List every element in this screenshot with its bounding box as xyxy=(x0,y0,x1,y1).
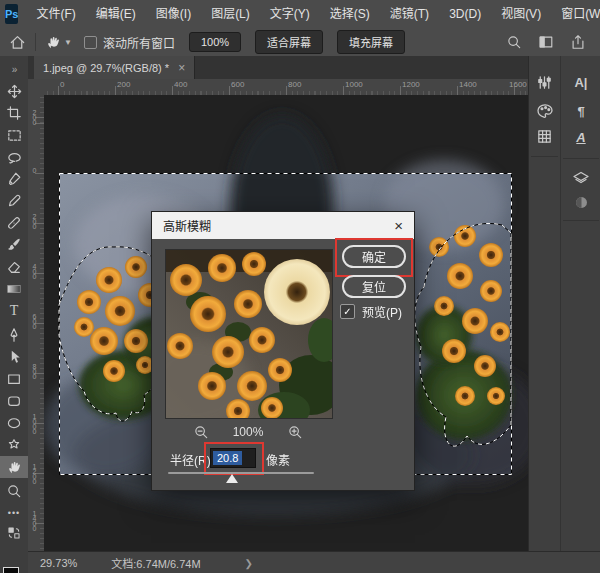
healing-brush-tool[interactable] xyxy=(0,212,28,234)
menu-edit[interactable]: 编辑(E) xyxy=(86,0,146,28)
lasso-tool[interactable] xyxy=(0,146,28,168)
hand-tool[interactable] xyxy=(0,456,28,478)
hand-tool-icon[interactable] xyxy=(45,34,62,51)
scroll-all-windows-label: 滚动所有窗口 xyxy=(103,34,175,51)
panel-dock: A| ¶ A xyxy=(528,56,600,551)
quick-selection-tool[interactable] xyxy=(0,168,28,190)
status-zoom-level[interactable]: 29.73% xyxy=(40,557,77,569)
ellipse-tool[interactable] xyxy=(0,412,28,434)
foreground-background-swatches[interactable] xyxy=(2,566,26,573)
panel-divider xyxy=(563,158,599,159)
ruler-label: 0 xyxy=(30,167,38,172)
menu-layer[interactable]: 图层(L) xyxy=(201,0,260,28)
options-bar: ▼ 滚动所有窗口 100% 适合屏幕 填充屏幕 xyxy=(0,28,600,57)
chevron-down-icon[interactable]: ▼ xyxy=(64,38,72,47)
layers-panel-icon[interactable] xyxy=(561,168,600,186)
move-tool[interactable] xyxy=(0,80,28,102)
paragraph-panel-icon[interactable]: ¶ xyxy=(561,104,600,119)
rounded-rectangle-tool[interactable] xyxy=(0,390,28,412)
collapse-panel-button[interactable]: » xyxy=(0,58,28,80)
horizontal-ruler: 0 200 400 600 800 1000 1200 1400 1600 18… xyxy=(44,79,528,96)
eyedropper-tool[interactable] xyxy=(0,190,28,212)
dialog-close-icon[interactable]: × xyxy=(394,212,403,239)
preview-zoom-controls: 100% xyxy=(165,424,331,440)
radius-slider-track[interactable] xyxy=(168,472,314,474)
brush-tool[interactable] xyxy=(0,234,28,256)
swap-colors-icon[interactable] xyxy=(0,522,28,544)
home-icon[interactable] xyxy=(9,34,26,51)
menu-bar: Ps 文件(F) 编辑(E) 图像(I) 图层(L) 文字(Y) 选择(S) 滤… xyxy=(0,0,600,29)
panel-dock-column-2: A| ¶ A xyxy=(561,56,600,551)
menu-filter[interactable]: 滤镜(T) xyxy=(380,0,439,28)
ruler-label: 800 xyxy=(288,80,301,89)
menu-file[interactable]: 文件(F) xyxy=(26,0,85,28)
menu-image[interactable]: 图像(I) xyxy=(146,0,201,28)
swatches-panel-icon[interactable] xyxy=(529,128,560,145)
menu-select[interactable]: 选择(S) xyxy=(320,0,380,28)
zoom-100-button[interactable]: 100% xyxy=(189,32,241,52)
fill-screen-button[interactable]: 填充屏幕 xyxy=(337,30,405,54)
ruler-label: 400 xyxy=(30,263,38,278)
custom-shape-tool[interactable] xyxy=(0,434,28,456)
foreground-color-swatch[interactable] xyxy=(3,567,19,573)
type-tool[interactable]: T xyxy=(0,300,28,322)
radius-input[interactable]: 20.8 xyxy=(210,448,256,468)
rectangle-tool[interactable] xyxy=(0,368,28,390)
radius-label: 半径(R): xyxy=(170,451,214,468)
libraries-panel-icon[interactable] xyxy=(561,194,600,211)
pen-tool[interactable] xyxy=(0,324,28,346)
search-icon[interactable] xyxy=(506,34,522,50)
document-tab[interactable]: 1.jpeg @ 29.7%(RGB/8) * × xyxy=(34,56,195,79)
ruler-label: 600 xyxy=(231,80,244,89)
menu-type[interactable]: 文字(Y) xyxy=(260,0,320,28)
preview-checkbox-label: 预览(P) xyxy=(362,303,402,320)
fit-screen-button[interactable]: 适合屏幕 xyxy=(255,30,323,54)
glyphs-panel-icon[interactable]: A xyxy=(561,130,600,145)
scroll-all-windows-checkbox[interactable] xyxy=(84,36,97,49)
radius-unit-label: 像素 xyxy=(266,451,290,468)
preview-zoom-level: 100% xyxy=(233,425,264,439)
panel-divider xyxy=(563,220,599,221)
menu-window[interactable]: 窗口(W) xyxy=(551,0,600,28)
preview-checkbox-row: ✓ 预览(P) xyxy=(340,303,402,320)
reset-button[interactable]: 复位 xyxy=(342,275,406,298)
document-tab-bar: 1.jpeg @ 29.7%(RGB/8) * × xyxy=(28,56,528,79)
more-tools-button[interactable]: ••• xyxy=(0,502,28,524)
ruler-label: 1200 xyxy=(30,463,38,483)
preview-checkbox[interactable]: ✓ xyxy=(340,304,355,319)
ok-button[interactable]: 确定 xyxy=(342,245,406,268)
status-chevron-icon[interactable]: ❯ xyxy=(245,558,253,569)
radius-slider-thumb[interactable] xyxy=(226,474,238,483)
marquee-tool[interactable] xyxy=(0,124,28,146)
character-panel-icon[interactable]: A| xyxy=(561,75,600,90)
panel-divider xyxy=(531,156,558,157)
separator xyxy=(35,33,36,51)
zoom-tool[interactable] xyxy=(0,480,28,502)
menu-3d[interactable]: 3D(D) xyxy=(439,0,491,28)
gradient-tool[interactable] xyxy=(0,278,28,300)
crop-tool[interactable] xyxy=(0,102,28,124)
ruler-label: 1000 xyxy=(345,80,363,89)
eraser-tool[interactable] xyxy=(0,256,28,278)
gaussian-blur-dialog: 高斯模糊 × xyxy=(151,211,415,491)
zoom-in-icon[interactable] xyxy=(287,424,303,440)
tab-close-icon[interactable]: × xyxy=(178,61,185,75)
path-selection-tool[interactable] xyxy=(0,346,28,368)
ruler-label: 1400 xyxy=(459,80,477,89)
photoshop-logo: Ps xyxy=(5,4,18,24)
ruler-label: 200 xyxy=(117,80,130,89)
menu-view[interactable]: 视图(V) xyxy=(491,0,551,28)
ruler-label: 1200 xyxy=(402,80,420,89)
workspace-layout-icon[interactable] xyxy=(538,34,554,50)
ruler-label: 600 xyxy=(30,313,38,328)
properties-icon[interactable] xyxy=(529,74,560,91)
dialog-title: 高斯模糊 xyxy=(163,217,211,234)
blur-preview-thumbnail[interactable] xyxy=(165,249,333,419)
dialog-title-bar[interactable]: 高斯模糊 × xyxy=(152,212,414,239)
color-panel-icon[interactable] xyxy=(529,102,560,120)
status-bar: 29.73% 文档:6.74M/6.74M ❯ xyxy=(28,551,600,573)
ruler-label: 200 xyxy=(30,109,38,124)
share-icon[interactable] xyxy=(570,34,586,50)
zoom-out-icon[interactable] xyxy=(193,424,209,440)
ruler-label: 0 xyxy=(60,80,64,89)
